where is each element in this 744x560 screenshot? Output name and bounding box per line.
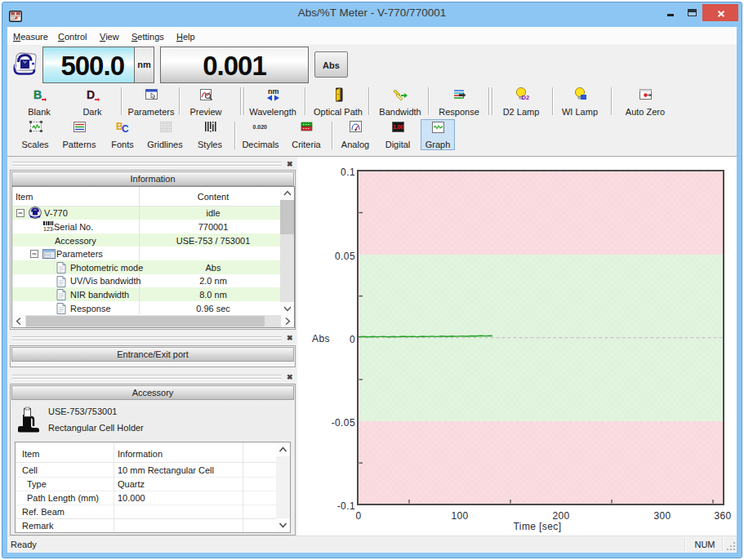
svg-text:1234: 1234: [43, 226, 54, 232]
svg-text:D: D: [87, 88, 95, 101]
svg-text:D2: D2: [522, 94, 530, 101]
svg-text:0.020: 0.020: [253, 124, 268, 130]
svg-text:C: C: [122, 123, 129, 134]
svg-text:1.00: 1.00: [393, 124, 403, 130]
svg-text:B: B: [33, 88, 42, 101]
svg-text:nm: nm: [268, 87, 279, 96]
